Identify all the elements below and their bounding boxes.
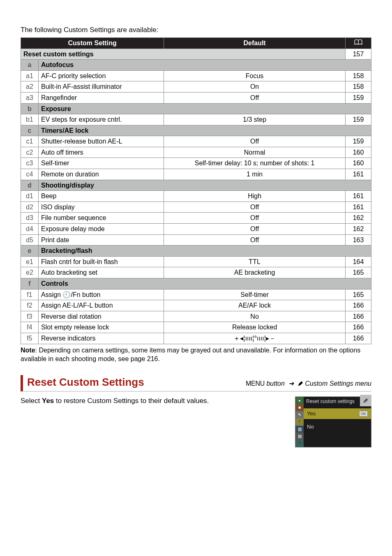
- screenshot-tab-6: ▤: [295, 433, 304, 440]
- col-header-default: Default: [164, 37, 346, 49]
- custom-settings-table: Custom Setting Default Reset custom sett…: [21, 37, 371, 344]
- section-key-b: b: [21, 103, 39, 114]
- item-page: 165: [346, 267, 371, 278]
- table-row: e2Auto bracketing setAE bracketing165: [21, 267, 371, 278]
- item-key: a1: [21, 70, 39, 81]
- item-page: 158: [346, 81, 371, 93]
- item-key: f5: [21, 333, 39, 344]
- item-default: Off: [164, 136, 346, 147]
- item-page: 159: [346, 114, 371, 125]
- item-name: Print date: [39, 234, 164, 246]
- item-name: Rangefinder: [39, 92, 164, 103]
- item-name: Auto off timers: [39, 147, 164, 158]
- table-row: f4Slot empty release lockRelease locked1…: [21, 322, 371, 333]
- section-label-d: Shooting/display: [39, 180, 371, 191]
- table-row: f5Reverse indicators＋◂¦ıııı¦°ıııı¦▸－166: [21, 333, 371, 344]
- select-text-pre: Select: [21, 397, 42, 405]
- item-default: Release locked: [164, 322, 346, 333]
- item-name: Remote on duration: [39, 169, 164, 180]
- screenshot-tab-4: Y: [295, 418, 304, 426]
- item-default: Off: [164, 224, 346, 235]
- table-row: a2Built-in AF-assist illuminatorOn158: [21, 81, 371, 93]
- section-label-f: Controls: [39, 278, 371, 290]
- item-name: Assign AE-L/AF-L button: [39, 300, 164, 311]
- item-name: ISO display: [39, 202, 164, 213]
- item-key: c3: [21, 158, 39, 169]
- table-row: d4Exposure delay modeOff162: [21, 224, 371, 235]
- screenshot-tab-2: ■: [295, 404, 304, 411]
- item-key: d4: [21, 224, 39, 235]
- item-key: a2: [21, 81, 39, 93]
- item-default: AE bracketing: [164, 267, 346, 278]
- table-row: f2Assign AE-L/AF-L buttonAE/AF lock166: [21, 300, 371, 311]
- item-key: f4: [21, 322, 39, 333]
- table-row: b1EV steps for exposure cntrl.1/3 step15…: [21, 114, 371, 125]
- item-name: Reverse indicators: [39, 333, 164, 344]
- reset-page: 157: [346, 49, 371, 60]
- table-row: f1Assign 🕘/Fn buttonSelf-timer165: [21, 289, 371, 300]
- item-page: 161: [346, 191, 371, 202]
- section-key-e: e: [21, 246, 39, 257]
- item-default: 1 min: [164, 169, 346, 180]
- item-key: c2: [21, 147, 39, 158]
- item-default: Off: [164, 234, 346, 246]
- item-page: 164: [346, 256, 371, 267]
- table-row: c3Self-timerSelf-timer delay: 10 s; numb…: [21, 158, 371, 169]
- reset-custom-settings-heading: Reset Custom Settings MENU button ➜ Cust…: [21, 375, 371, 392]
- item-page: 166: [346, 322, 371, 333]
- note-label: Note: [21, 347, 35, 354]
- item-page: 158: [346, 70, 371, 81]
- item-default: Normal: [164, 147, 346, 158]
- item-name: Assign 🕘/Fn button: [39, 289, 164, 300]
- item-default: 1/3 step: [164, 114, 346, 125]
- side-tab-badge: [360, 395, 371, 406]
- note-text: Note: Depending on camera settings, some…: [21, 346, 371, 364]
- heading-path: MENU button ➜ Custom Settings menu: [246, 379, 371, 388]
- table-row: d2ISO displayOff161: [21, 202, 371, 213]
- screenshot-tabs: ▸ ■ ✎ Y ▥ ▤ ?: [295, 397, 304, 447]
- item-default: TTL: [164, 256, 346, 267]
- item-default: On: [164, 81, 346, 93]
- screenshot-no-label: No: [307, 423, 314, 431]
- screenshot-yes-row: Yes OK: [304, 408, 371, 419]
- table-row: c2Auto off timersNormal160: [21, 147, 371, 158]
- section-label-b: Exposure: [39, 103, 371, 114]
- item-page: 159: [346, 92, 371, 103]
- item-default: Self-timer delay: 10 s; number of shots:…: [164, 158, 346, 169]
- item-key: f1: [21, 289, 39, 300]
- item-page: 159: [346, 136, 371, 147]
- table-row: d5Print dateOff163: [21, 234, 371, 246]
- item-name: Beep: [39, 191, 164, 202]
- col-header-setting: Custom Setting: [21, 37, 164, 49]
- item-page: 161: [346, 202, 371, 213]
- item-default: Off: [164, 202, 346, 213]
- col-header-page-icon: [346, 37, 371, 49]
- heading-title: Reset Custom Settings: [27, 375, 144, 389]
- select-text-yes: Yes: [42, 397, 54, 405]
- item-name: AF-C priority selection: [39, 70, 164, 81]
- table-row: c1Shutter-release button AE-LOff159: [21, 136, 371, 147]
- item-default: Off: [164, 92, 346, 103]
- item-key: e1: [21, 256, 39, 267]
- screenshot-ok-badge: OK: [359, 411, 368, 417]
- section-label-a: Autofocus: [39, 60, 371, 71]
- item-name: Auto bracketing set: [39, 267, 164, 278]
- item-key: c1: [21, 136, 39, 147]
- item-key: d5: [21, 234, 39, 246]
- item-name: Reverse dial rotation: [39, 311, 164, 322]
- table-row: c4Remote on duration1 min161: [21, 169, 371, 180]
- arrow-icon: ➜: [288, 380, 294, 387]
- item-name: Slot empty release lock: [39, 322, 164, 333]
- item-key: e2: [21, 267, 39, 278]
- item-page: 161: [346, 169, 371, 180]
- item-key: f2: [21, 300, 39, 311]
- item-name: Shutter-release button AE-L: [39, 136, 164, 147]
- table-row: d3File number sequenceOff162: [21, 213, 371, 224]
- item-default: Focus: [164, 70, 346, 81]
- screenshot-tab-1: ▸: [295, 397, 304, 404]
- item-default: High: [164, 191, 346, 202]
- item-key: a3: [21, 92, 39, 103]
- screenshot-yes-label: Yes: [307, 410, 316, 417]
- item-key: d1: [21, 191, 39, 202]
- table-row: f3Reverse dial rotationNo166: [21, 311, 371, 322]
